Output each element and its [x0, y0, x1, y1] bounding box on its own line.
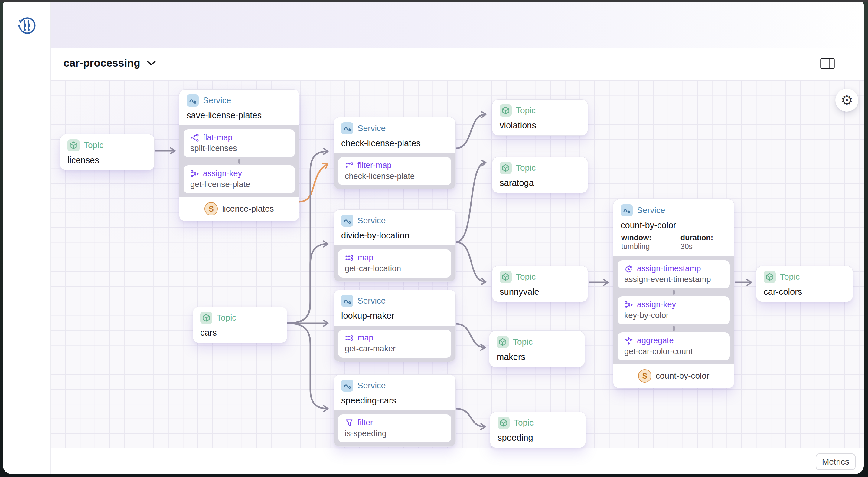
topic-node-car-colors[interactable]: Topic car-colors	[756, 266, 853, 302]
metrics-button-label: Metrics	[822, 457, 849, 467]
map-icon	[345, 333, 354, 342]
node-kind-label: Topic	[780, 272, 800, 282]
operation-get-license-plate[interactable]: assign-key get-license-plate	[184, 165, 295, 193]
node-name: saratoga	[500, 178, 580, 188]
operation-name: get-car-maker	[345, 344, 444, 354]
metrics-button[interactable]: Metrics	[816, 453, 856, 470]
topic-icon	[499, 418, 508, 427]
flat-map-icon	[190, 133, 199, 142]
node-header: Service save-license-plates	[179, 90, 299, 125]
operation-name: check-license-plate	[345, 172, 444, 181]
operation-get-car-color-count[interactable]: aggregate get-car-color-count	[618, 332, 730, 360]
operation-name: assign-event-timestamp	[624, 275, 723, 284]
stream-logo-icon	[16, 16, 36, 35]
node-header: Topic violations	[492, 99, 588, 135]
window-meta-row: window: tumblingduration: 30s	[621, 233, 726, 251]
topic-icon-badge	[500, 105, 512, 117]
state-store-licence-plates: S licence-plates	[179, 197, 299, 221]
node-header: Topic car-colors	[756, 266, 852, 302]
service-icon-badge	[621, 204, 633, 216]
service-icon-badge	[341, 122, 353, 135]
operations-band: map get-car-location	[334, 245, 456, 281]
node-kind-label: Service	[637, 206, 665, 215]
state-store-name: licence-plates	[222, 204, 274, 214]
header-bar: car-processing	[51, 49, 864, 80]
chevron-down-icon	[146, 60, 156, 66]
node-name: licenses	[67, 155, 147, 165]
operation-connector	[238, 159, 240, 164]
service-icon-badge	[341, 295, 353, 307]
edge-check-license-plates-to-violations	[456, 114, 485, 148]
operation-name: get-car-location	[345, 264, 444, 273]
operation-type-label: map	[358, 333, 373, 342]
operations-band: filter is-speeding	[334, 410, 456, 446]
app-logo[interactable]	[16, 16, 36, 35]
topic-node-violations[interactable]: Topic violations	[492, 99, 588, 136]
operation-name: split-licenses	[190, 144, 288, 153]
service-node-save-license-plates[interactable]: Service save-license-plates flat-map spl…	[179, 89, 300, 221]
node-header: Topic sunnyvale	[492, 266, 588, 302]
pipeline-selector[interactable]: car-processing	[63, 57, 156, 69]
service-icon-badge	[187, 94, 199, 107]
edge-divide-by-location-to-saratoga	[456, 162, 485, 242]
topic-node-speeding[interactable]: Topic speeding	[490, 412, 586, 448]
edge-cars-to-divide-by-location	[287, 244, 327, 323]
aggregate-icon	[624, 336, 633, 345]
service-node-lookup-maker[interactable]: Service lookup-maker map get-car-maker	[334, 290, 456, 362]
topic-node-sunnyvale[interactable]: Topic sunnyvale	[492, 266, 588, 302]
node-kind-label: Topic	[513, 337, 533, 347]
state-store-name: count-by-color	[656, 371, 709, 381]
service-node-check-license-plates[interactable]: Service check-license-plates filter-map …	[334, 117, 456, 189]
topic-node-licenses[interactable]: Topic licenses	[60, 134, 155, 170]
operation-get-car-location[interactable]: map get-car-location	[338, 249, 451, 277]
topic-icon	[498, 337, 507, 347]
node-header: Topic makers	[489, 331, 585, 367]
node-name: speeding-cars	[341, 395, 448, 406]
node-header: Service divide-by-location	[334, 210, 456, 245]
edge-speeding-cars-to-speeding	[456, 409, 485, 427]
operation-connector	[673, 326, 675, 331]
operation-name: is-speeding	[345, 429, 444, 438]
topic-icon	[69, 141, 78, 150]
topic-node-cars[interactable]: Topic cars	[193, 307, 287, 343]
panel-toggle-button[interactable]	[819, 56, 836, 71]
topic-icon	[501, 163, 510, 173]
settings-button[interactable]: ⚙	[835, 89, 858, 112]
topic-icon-badge	[764, 271, 776, 283]
operation-get-car-maker[interactable]: map get-car-maker	[338, 330, 451, 358]
operation-assign-event-timestamp[interactable]: assign-timestamp assign-event-timestamp	[618, 260, 730, 289]
service-node-count-by-color[interactable]: Service count-by-colorwindow: tumblingdu…	[613, 199, 734, 388]
operation-split-licenses[interactable]: flat-map split-licenses	[184, 129, 295, 157]
service-icon-badge	[341, 215, 353, 227]
topic-icon	[765, 272, 774, 281]
node-header: Service check-license-plates	[334, 117, 456, 153]
topic-icon-badge	[67, 139, 80, 151]
operation-is-speeding[interactable]: filter is-speeding	[338, 414, 451, 443]
node-name: speeding	[497, 433, 578, 443]
operation-key-by-color[interactable]: assign-key key-by-color	[618, 296, 730, 324]
service-node-speeding-cars[interactable]: Service speeding-cars filter is-speeding	[334, 375, 456, 447]
node-kind-label: Topic	[217, 313, 236, 323]
operation-connector	[673, 290, 675, 295]
service-node-divide-by-location[interactable]: Service divide-by-location map get-car-l…	[334, 209, 456, 282]
operation-check-license-plate[interactable]: filter-map check-license-plate	[338, 157, 451, 185]
node-name: save-license-plates	[187, 111, 292, 120]
operation-type-label: filter	[358, 418, 373, 427]
assign-key-icon	[190, 169, 199, 178]
topic-icon	[202, 313, 211, 322]
topic-icon-badge	[500, 271, 512, 283]
node-name: violations	[500, 120, 580, 130]
state-store-icon: S	[205, 202, 218, 215]
node-header: Service speeding-cars	[334, 375, 456, 410]
topic-node-makers[interactable]: Topic makers	[489, 331, 585, 367]
node-kind-label: Topic	[516, 272, 536, 282]
node-name: check-license-plates	[341, 138, 448, 148]
operation-name: key-by-color	[624, 311, 723, 320]
node-kind-label: Topic	[514, 418, 533, 428]
node-name: divide-by-location	[341, 231, 448, 241]
operations-band: filter-map check-license-plate	[334, 153, 456, 189]
node-kind-label: Topic	[84, 141, 103, 150]
topic-icon-badge	[200, 312, 212, 324]
service-icon	[343, 216, 352, 225]
topic-node-saratoga[interactable]: Topic saratoga	[492, 157, 588, 193]
